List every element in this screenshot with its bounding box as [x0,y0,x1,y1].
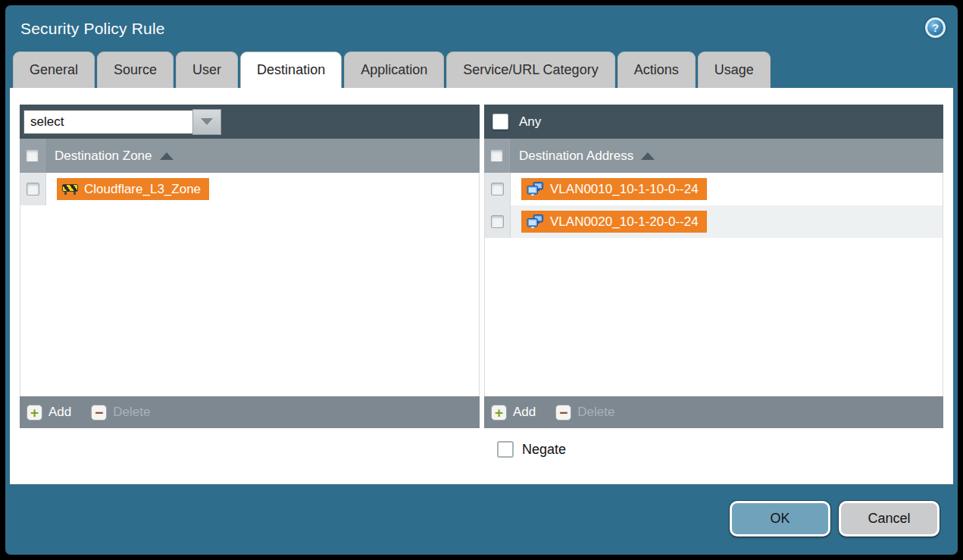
address-select-all-checkbox[interactable] [490,149,503,162]
row-checkbox[interactable] [491,215,504,228]
add-icon: + [491,405,507,421]
dialog-title: Security Policy Rule [20,20,165,38]
tab-destination[interactable]: Destination [240,52,342,88]
delete-zone-button[interactable]: − Delete [91,405,150,421]
add-label: Add [513,405,536,420]
tab-source[interactable]: Source [97,52,174,88]
delete-label: Delete [577,405,614,420]
tab-actions[interactable]: Actions [618,52,696,88]
ok-button[interactable]: OK [730,501,830,537]
delete-address-button[interactable]: − Delete [555,405,614,421]
address-item[interactable]: VLAN0010_10-1-10-0--24 [521,178,707,200]
tab-user[interactable]: User [176,52,238,88]
any-label: Any [519,114,541,130]
tab-application[interactable]: Application [344,52,444,88]
add-icon: + [27,405,42,421]
tab-general[interactable]: General [13,52,95,88]
zone-panel-toolbar [20,105,480,139]
row-checkbox[interactable] [27,183,39,196]
add-zone-button[interactable]: + Add [27,405,71,421]
delete-icon: − [555,405,571,421]
table-row[interactable]: Cloudflare_L3_Zone [20,173,479,205]
negate-row: Negate [20,441,953,458]
negate-checkbox[interactable] [497,441,514,458]
tab-usage[interactable]: Usage [698,52,771,88]
address-item-label: VLAN0020_10-1-20-0--24 [550,214,699,230]
security-policy-rule-dialog: Security Policy Rule ? General Source Us… [0,0,963,560]
title-bar: Security Policy Rule ? [5,5,958,52]
zone-item-label: Cloudflare_L3_Zone [84,182,201,197]
tab-service-url-category[interactable]: Service/URL Category [446,52,614,88]
zone-select-dropdown-button[interactable] [192,109,221,135]
cancel-button[interactable]: Cancel [839,501,940,537]
negate-label: Negate [522,442,566,458]
tab-bar: General Source User Destination Applicat… [5,52,958,88]
zone-column-header: Destination Zone [20,139,480,173]
zone-rows: Cloudflare_L3_Zone [20,173,480,396]
network-icon [527,182,544,196]
delete-icon: − [91,405,107,421]
address-column-label[interactable]: Destination Address [519,149,633,164]
zone-panel-footer: + Add − Delete [20,396,480,428]
help-icon[interactable]: ? [925,17,946,38]
row-checkbox[interactable] [491,183,504,196]
address-rows: VLAN0010_10-1-10-0--24 VLAN0020_10-1-20-… [484,173,943,396]
zone-column-label[interactable]: Destination Zone [55,149,152,164]
delete-label: Delete [113,405,150,420]
address-panel-footer: + Add − Delete [484,396,943,428]
destination-tab-content: Destination Zone Clou [10,88,953,484]
chevron-down-icon [201,118,213,125]
zone-select-all-checkbox[interactable] [26,149,39,162]
table-row[interactable]: VLAN0020_10-1-20-0--24 [485,205,943,238]
sort-ascending-icon[interactable] [160,152,174,160]
zone-select-input[interactable] [23,110,192,134]
destination-zone-panel: Destination Zone Clou [20,105,480,428]
address-panel-toolbar: Any [484,105,943,139]
add-address-button[interactable]: + Add [491,405,536,421]
address-item[interactable]: VLAN0020_10-1-20-0--24 [521,211,707,233]
zone-item[interactable]: Cloudflare_L3_Zone [57,178,209,200]
dialog-footer: OK Cancel [5,484,958,555]
zone-select-combobox [23,109,221,135]
add-label: Add [48,405,71,420]
destination-address-panel: Any Destination Address [484,105,943,428]
network-icon [527,214,544,229]
sort-ascending-icon[interactable] [641,152,655,160]
address-column-header: Destination Address [484,139,943,173]
any-checkbox[interactable] [492,114,508,130]
address-item-label: VLAN0010_10-1-10-0--24 [550,182,699,197]
table-row[interactable]: VLAN0010_10-1-10-0--24 [485,173,943,205]
zone-icon [62,183,78,195]
